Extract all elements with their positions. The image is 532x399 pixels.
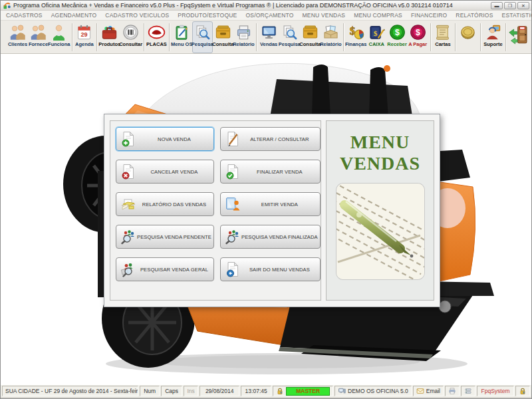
pesquisar-venda-geral-button[interactable]: PESQUISAR VENDA GERAL bbox=[116, 257, 214, 281]
toolbar-label: Consultar bbox=[119, 41, 142, 47]
search-docs-icon bbox=[194, 23, 211, 41]
toolbar-placas[interactable]: PLACAS bbox=[146, 21, 167, 53]
finish-check-icon bbox=[224, 163, 241, 180]
status-insert: Ins bbox=[184, 386, 198, 396]
menu-relatorios[interactable]: RELATÓRIOS bbox=[456, 12, 493, 19]
button-label: RELATÓRIO DAS VENDAS bbox=[137, 201, 211, 207]
network-icon bbox=[464, 387, 472, 395]
envelope-icon bbox=[416, 387, 424, 395]
toolbar-vendas[interactable]: Vendas bbox=[259, 21, 279, 53]
toolbar-a-pagar[interactable]: A Pagar bbox=[408, 21, 428, 53]
alterar-consultar-button[interactable]: ALTERAR / CONSULTAR bbox=[220, 127, 321, 151]
status-brand: FpqSystem bbox=[477, 386, 514, 396]
toolbar-os-consulta[interactable]: Consulta bbox=[213, 21, 233, 53]
menu-menu-compras[interactable]: MENU COMPRAS bbox=[354, 12, 402, 19]
report-printer-icon bbox=[120, 196, 137, 213]
toolbar-label: Clientes bbox=[8, 41, 27, 47]
padlock-icon bbox=[519, 387, 527, 395]
toolbar-menu-os[interactable]: Menu OS bbox=[172, 21, 192, 53]
menu-agendamento[interactable]: AGENDAMENTO bbox=[51, 12, 97, 19]
toolbox-icon bbox=[100, 23, 118, 41]
insert-text: Ins bbox=[187, 388, 194, 394]
menu-estatistica[interactable]: ESTATISTICA bbox=[502, 12, 532, 19]
printer-icon bbox=[448, 387, 456, 395]
toolbar-label: Suporte bbox=[483, 41, 502, 47]
restore-button[interactable]: ❐ bbox=[504, 2, 516, 9]
minimize-button[interactable]: ▬ bbox=[491, 2, 503, 9]
menu-produto-estoque[interactable]: PRODUTO/ESTOQUE bbox=[178, 12, 237, 19]
menu-cadastros[interactable]: CADASTROS bbox=[6, 12, 43, 19]
capslock-text: Caps bbox=[165, 388, 178, 394]
computer-icon bbox=[338, 387, 346, 395]
toolbar-separator bbox=[480, 23, 481, 51]
menu-bar: CADASTROS AGENDAMENTO CADASTRO VEICULOS … bbox=[1, 11, 531, 21]
toolbar-label: Relatório bbox=[233, 41, 255, 47]
status-email[interactable]: Email bbox=[413, 386, 444, 396]
lock-icon bbox=[276, 387, 284, 395]
dialog-side-panel: MENU VENDAS bbox=[326, 120, 434, 301]
pesquisa-venda-finalizada-button[interactable]: PESQUISA VENDA FINALIZADA bbox=[220, 225, 321, 249]
calendar-icon bbox=[75, 23, 93, 41]
toolbar-suporte[interactable]: Suporte bbox=[483, 21, 503, 53]
title-bar[interactable]: Programa Oficina Mecânica + Vendas e Fin… bbox=[1, 1, 531, 11]
relatorio-vendas-button[interactable]: RELATÓRIO DAS VENDAS bbox=[116, 192, 214, 216]
toolbar-fornecedores[interactable]: Fornece bbox=[28, 21, 49, 53]
printer-icon bbox=[235, 23, 253, 41]
close-button[interactable]: ✕ bbox=[517, 2, 529, 9]
toolbar-clientes[interactable]: Clientes bbox=[7, 21, 28, 53]
toolbar-financas[interactable]: Finanças bbox=[346, 21, 366, 53]
toolbar-label: Consulta bbox=[212, 41, 233, 47]
toolbar-produtos[interactable]: Produtos bbox=[99, 21, 120, 53]
toolbar-caixa[interactable]: CAIXA bbox=[366, 21, 387, 53]
emitir-venda-button[interactable]: EMITIR VENDA bbox=[220, 192, 321, 216]
pesquisa-venda-pendente-button[interactable]: PESQUISA VENDA PENDENTE bbox=[116, 225, 214, 249]
sair-menu-vendas-button[interactable]: SAIR DO MENU VENDAS bbox=[220, 257, 321, 281]
toolbar-coin[interactable] bbox=[458, 21, 478, 53]
toolbar-agenda[interactable]: Agenda bbox=[74, 21, 94, 53]
button-label: FINALIZAR VENDA bbox=[241, 169, 318, 175]
toolbar-vendas-pesquisa[interactable]: Pesquisa bbox=[279, 21, 300, 53]
menu-cadastro-veiculos[interactable]: CADASTRO VEICULOS bbox=[105, 12, 169, 19]
toolbar-cartas[interactable]: Cartas bbox=[432, 21, 453, 53]
toolbar-separator bbox=[256, 23, 257, 51]
menu-menu-vendas[interactable]: MENU VENDAS bbox=[303, 12, 346, 19]
suppliers-icon bbox=[29, 23, 47, 41]
toolbar-consultar[interactable]: Consultar bbox=[120, 21, 142, 53]
status-network bbox=[461, 386, 475, 396]
coin-icon bbox=[459, 23, 477, 41]
toolbar-exit[interactable] bbox=[508, 21, 529, 53]
finance-icon bbox=[347, 23, 365, 41]
finalizar-venda-button[interactable]: FINALIZAR VENDA bbox=[220, 160, 321, 184]
button-label: PESQUISAR VENDA GERAL bbox=[137, 267, 211, 273]
exit-door-icon bbox=[507, 23, 529, 45]
app-window: Programa Oficina Mecânica + Vendas e Fin… bbox=[0, 0, 532, 399]
scroll-icon bbox=[434, 23, 452, 41]
cancelar-venda-button[interactable]: CANCELAR VENDA bbox=[116, 160, 214, 184]
license-plate-icon bbox=[148, 23, 166, 41]
nova-venda-button[interactable]: NOVA VENDA bbox=[116, 127, 214, 151]
brand-text: FpqSystem bbox=[481, 388, 510, 394]
new-sale-doc-icon bbox=[120, 130, 137, 148]
edit-pencil-icon bbox=[224, 130, 241, 148]
toolbar-separator bbox=[505, 23, 506, 51]
cancel-doc-icon bbox=[120, 163, 137, 180]
monitor-icon bbox=[260, 23, 278, 41]
menu-financeiro[interactable]: FINANCEIRO bbox=[411, 12, 447, 19]
toolbar-separator bbox=[144, 23, 144, 51]
toolbar-vendas-consulta[interactable]: Consulta bbox=[300, 21, 321, 53]
toolbar-label: Pesquisa bbox=[192, 41, 213, 47]
emit-window-person-icon bbox=[224, 196, 241, 213]
toolbar-vendas-relatorio[interactable]: Relatório bbox=[321, 21, 341, 53]
dialog-buttons-group: NOVA VENDA ALTERAR / CONSULTAR CANCELAR … bbox=[110, 120, 321, 301]
exit-back-icon bbox=[224, 261, 241, 278]
toolbar-receber[interactable]: Receber bbox=[387, 21, 408, 53]
menu-os-orcamento[interactable]: OS/ORÇAMENTO bbox=[245, 12, 293, 19]
toolbar-funcionarios[interactable]: Funciona bbox=[49, 21, 70, 53]
toolbar-os-relatorio[interactable]: Relatório bbox=[233, 21, 254, 53]
pay-coin-icon bbox=[409, 23, 427, 41]
button-label: CANCELAR VENDA bbox=[137, 169, 211, 175]
toolbar-label: PLACAS bbox=[146, 41, 167, 47]
button-label: EMITIR VENDA bbox=[241, 201, 318, 207]
toolbar-os-pesquisa[interactable]: Pesquisa bbox=[192, 21, 213, 53]
status-lock bbox=[515, 386, 530, 396]
